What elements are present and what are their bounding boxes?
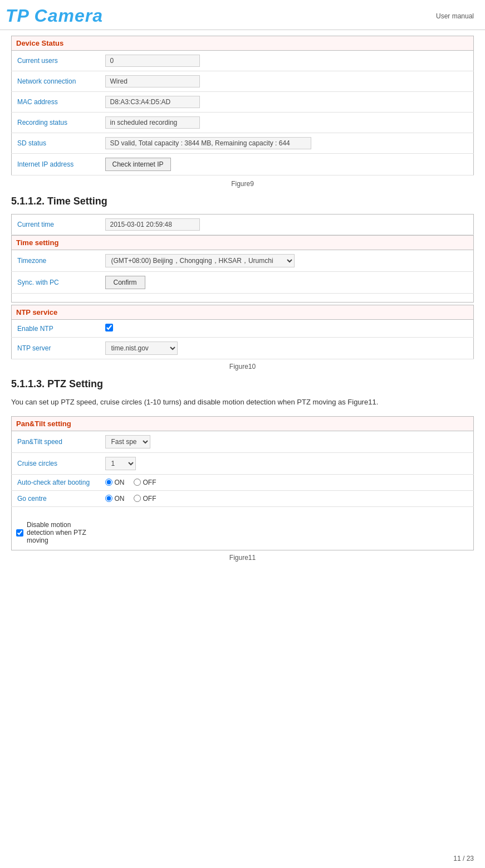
- auto-check-on-label[interactable]: ON: [105, 479, 125, 486]
- confirm-button[interactable]: Confirm: [105, 276, 145, 289]
- check-internet-ip-button[interactable]: Check internet IP: [105, 158, 171, 171]
- ntp-server-value: time.nist.gov: [101, 338, 474, 359]
- table-row: Go centre ON OFF: [12, 490, 474, 506]
- figure10-caption: Figure10: [11, 363, 474, 370]
- table-row: Current time 2015-03-01 20:59:48: [12, 214, 474, 235]
- ntp-service-header: NTP service: [12, 305, 474, 320]
- device-status-header: Device Status: [12, 36, 474, 51]
- recording-status-label: Recording status: [12, 113, 101, 133]
- disable-motion-row: Disable motion detection when PTZ moving: [12, 515, 101, 550]
- go-centre-on-label[interactable]: ON: [105, 495, 125, 503]
- cruise-circles-value: 1: [101, 452, 474, 474]
- cruise-circles-select[interactable]: 1: [105, 457, 136, 470]
- mac-address-value: D8:A3:C3:A4:D5:AD: [101, 92, 474, 113]
- auto-check-on-radio[interactable]: [105, 479, 112, 486]
- sd-status-label: SD status: [12, 133, 101, 154]
- figure9-caption: Figure9: [11, 180, 474, 188]
- ptz-section-header: Pan&Tilt setting: [12, 416, 474, 431]
- auto-check-value: ON OFF: [101, 474, 474, 490]
- network-connection-value: Wired: [101, 71, 474, 92]
- time-setting-table: Time setting Timezone (GMT+08:00) Beijin…: [11, 235, 474, 303]
- spacer-row: [12, 294, 474, 303]
- timezone-select[interactable]: (GMT+08:00) Beijing，Chongqing，HKSAR，Urum…: [105, 254, 295, 267]
- ptz-description: You can set up PTZ speed, cruise circles…: [11, 397, 474, 408]
- auto-check-off-label[interactable]: OFF: [134, 479, 156, 486]
- current-users-label: Current users: [12, 51, 101, 71]
- ntp-server-select[interactable]: time.nist.gov: [105, 342, 178, 355]
- time-setting-header: Time setting: [12, 236, 474, 250]
- ntp-server-label: NTP server: [12, 338, 101, 359]
- ptz-setting-heading: 5.1.1.3. PTZ Setting: [11, 378, 474, 390]
- auto-check-radio-group: ON OFF: [105, 479, 469, 486]
- table-row: Sync. with PC Confirm: [12, 272, 474, 294]
- table-row: Network connection Wired: [12, 71, 474, 92]
- table-row: Timezone (GMT+08:00) Beijing，Chongqing，H…: [12, 250, 474, 272]
- go-centre-off-radio[interactable]: [134, 495, 141, 502]
- disable-motion-checkbox[interactable]: [16, 529, 23, 537]
- internet-ip-value: Check internet IP: [101, 154, 474, 175]
- table-row: SD status SD valid, Total capacity : 384…: [12, 133, 474, 154]
- page-number: 11 / 23: [453, 855, 474, 862]
- page-footer: 11 / 23: [453, 855, 474, 862]
- figure11-caption: Figure11: [11, 554, 474, 562]
- cruise-circles-label: Cruise circles: [12, 452, 101, 474]
- table-row: MAC address D8:A3:C3:A4:D5:AD: [12, 92, 474, 113]
- ntp-service-table: NTP service Enable NTP NTP server time.n…: [11, 305, 474, 359]
- page-header: TP Camera User manual: [0, 0, 485, 30]
- timezone-label: Timezone: [12, 250, 101, 272]
- table-row: Disable motion detection when PTZ moving: [12, 515, 474, 550]
- table-row: NTP server time.nist.gov: [12, 338, 474, 359]
- device-status-table: Device Status Current users 0 Network co…: [11, 36, 474, 175]
- go-centre-radio-group: ON OFF: [105, 495, 469, 503]
- pan-tilt-speed-select[interactable]: Fast spe: [105, 435, 150, 448]
- manual-label: User manual: [436, 12, 474, 20]
- pan-tilt-speed-label: Pan&Tilt speed: [12, 431, 101, 452]
- logo: TP Camera: [6, 6, 103, 26]
- sync-pc-label: Sync. with PC: [12, 272, 101, 294]
- table-row: Auto-check after booting ON OFF: [12, 474, 474, 490]
- go-centre-label: Go centre: [12, 490, 101, 506]
- auto-check-label: Auto-check after booting: [12, 474, 101, 490]
- spacer-row-ptz: [12, 506, 474, 515]
- enable-ntp-value: [101, 320, 474, 338]
- table-row: Cruise circles 1: [12, 452, 474, 474]
- network-connection-label: Network connection: [12, 71, 101, 92]
- go-centre-value: ON OFF: [101, 490, 474, 506]
- sd-status-value: SD valid, Total capacity : 3844 MB, Rema…: [101, 133, 474, 154]
- time-setting-heading: 5.1.1.2. Time Setting: [11, 196, 474, 207]
- pan-tilt-speed-value: Fast spe: [101, 431, 474, 452]
- timezone-value: (GMT+08:00) Beijing，Chongqing，HKSAR，Urum…: [101, 250, 474, 272]
- table-row: Enable NTP: [12, 320, 474, 338]
- current-time-label: Current time: [12, 214, 101, 235]
- internet-ip-label: Internet IP address: [12, 154, 101, 175]
- mac-address-label: MAC address: [12, 92, 101, 113]
- current-users-value: 0: [101, 51, 474, 71]
- recording-status-value: in scheduled recording: [101, 113, 474, 133]
- enable-ntp-checkbox[interactable]: [105, 324, 113, 331]
- current-time-value: 2015-03-01 20:59:48: [101, 214, 474, 235]
- table-row: Current users 0: [12, 51, 474, 71]
- go-centre-off-label[interactable]: OFF: [134, 495, 156, 503]
- sync-pc-value: Confirm: [101, 272, 474, 294]
- auto-check-off-radio[interactable]: [134, 479, 141, 486]
- table-row: Recording status in scheduled recording: [12, 113, 474, 133]
- disable-motion-label: Disable motion detection when PTZ moving: [27, 521, 96, 544]
- table-row: Pan&Tilt speed Fast spe: [12, 431, 474, 452]
- current-time-table: Current time 2015-03-01 20:59:48: [11, 214, 474, 235]
- table-row: Internet IP address Check internet IP: [12, 154, 474, 175]
- go-centre-on-radio[interactable]: [105, 495, 112, 502]
- enable-ntp-label: Enable NTP: [12, 320, 101, 338]
- ptz-setting-table: Pan&Tilt setting Pan&Tilt speed Fast spe…: [11, 416, 474, 551]
